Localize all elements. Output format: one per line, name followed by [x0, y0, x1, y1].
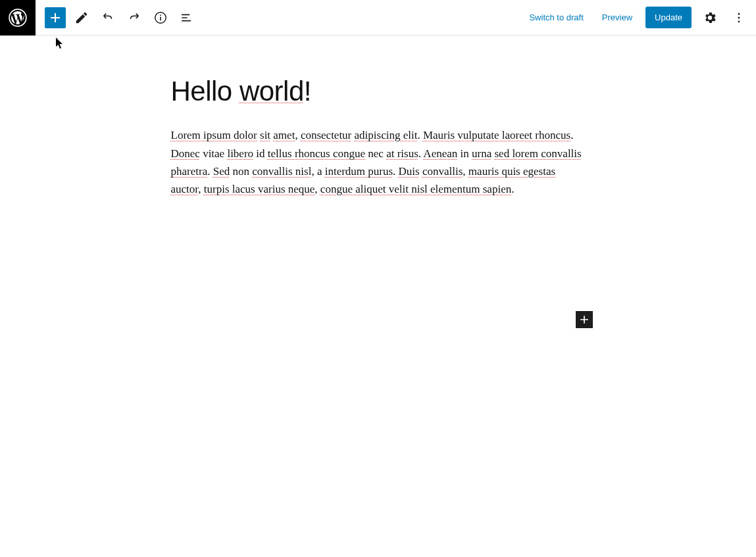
pencil-icon [74, 11, 89, 25]
body-text-segment: adipiscing elit [355, 129, 418, 141]
body-text-segment: , [295, 129, 301, 141]
toolbar-right-group: Switch to draft Preview Update [524, 7, 756, 28]
body-text-segment: convallis nisl [252, 165, 311, 178]
plus-icon [47, 10, 63, 26]
body-text-segment: Aenean [423, 147, 457, 160]
title-text-suffix: ! [304, 76, 311, 107]
svg-point-5 [738, 16, 740, 18]
post-content: Hello world! Lorem ipsum dolor sit amet,… [164, 75, 592, 198]
editor-top-toolbar: Switch to draft Preview Update [0, 0, 756, 36]
svg-rect-2 [160, 16, 161, 20]
body-text-segment: . [207, 165, 213, 178]
editor-canvas[interactable]: Hello world! Lorem ipsum dolor sit amet,… [0, 36, 756, 198]
body-text-segment: Lorem ipsum dolor [171, 129, 257, 141]
add-block-button[interactable] [576, 311, 593, 328]
body-text-segment: Sed [213, 165, 230, 178]
body-text-segment: . [393, 165, 399, 178]
svg-point-6 [738, 20, 740, 22]
body-text-segment: libero [227, 147, 253, 160]
body-text-segment: convallis [422, 165, 463, 178]
body-text-segment: vitae [200, 147, 228, 160]
body-text-segment: . [417, 129, 423, 141]
wordpress-icon [9, 9, 27, 27]
undo-button[interactable] [97, 7, 118, 28]
tools-button[interactable] [71, 7, 92, 28]
toolbar-left-group [36, 7, 197, 28]
redo-icon [127, 11, 141, 25]
preview-button[interactable]: Preview [597, 9, 638, 26]
title-text-prefix: Hello [171, 76, 239, 107]
body-text-segment: consectetur [301, 129, 351, 141]
more-vertical-icon [732, 11, 745, 24]
settings-button[interactable] [699, 7, 720, 28]
svg-point-4 [738, 12, 740, 14]
body-text-segment: interdum purus [325, 165, 393, 178]
body-text-segment: nec [365, 147, 386, 160]
body-text-segment: Donec [171, 147, 200, 160]
outline-button[interactable] [176, 7, 197, 28]
post-title[interactable]: Hello world! [171, 75, 586, 108]
plus-icon [578, 313, 591, 326]
body-text-segment: in [457, 147, 472, 160]
body-text-segment: Duis [399, 165, 420, 178]
toggle-block-inserter-button[interactable] [45, 7, 66, 28]
title-text-spell: world [239, 76, 304, 107]
body-text-segment: tellus rhoncus congue [268, 147, 365, 160]
wordpress-logo[interactable] [0, 0, 36, 36]
details-button[interactable] [150, 7, 171, 28]
options-button[interactable] [728, 7, 749, 28]
body-text-segment: , [463, 165, 468, 178]
update-button[interactable]: Update [645, 7, 692, 28]
undo-icon [101, 11, 115, 25]
info-icon [153, 11, 168, 25]
body-text-segment: . [511, 183, 514, 195]
body-text-segment: Mauris vulputate laoreet rhoncus [423, 129, 570, 141]
body-text-segment: , [198, 183, 204, 195]
body-text-segment: sit [260, 129, 270, 141]
body-text-segment: , a [311, 165, 324, 178]
svg-rect-3 [160, 14, 161, 16]
list-view-icon [180, 11, 194, 25]
body-text-segment: at risus [386, 147, 418, 160]
body-text-segment: . [570, 129, 573, 141]
redo-button[interactable] [124, 7, 145, 28]
body-text-segment: congue aliquet velit nisl elementum sapi… [320, 183, 511, 195]
body-text-segment: id [253, 147, 268, 160]
body-text-segment: urna [472, 147, 491, 160]
body-text-segment: amet [273, 129, 295, 141]
body-text-segment: turpis lacus varius neque [204, 183, 315, 195]
body-text-segment: non [230, 165, 252, 178]
paragraph-block[interactable]: Lorem ipsum dolor sit amet, consectetur … [171, 126, 586, 198]
body-text-segment: , [315, 183, 320, 195]
gear-icon [703, 11, 717, 25]
switch-to-draft-button[interactable]: Switch to draft [524, 9, 588, 26]
